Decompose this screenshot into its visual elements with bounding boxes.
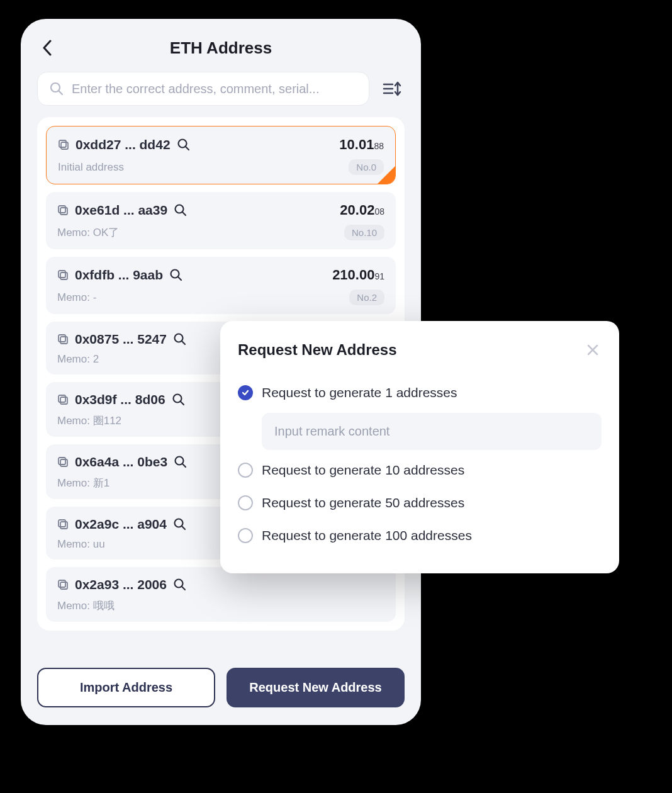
svg-rect-18 — [60, 337, 67, 344]
address-balance-decimal: 88 — [374, 141, 384, 151]
svg-rect-11 — [59, 206, 65, 213]
svg-line-13 — [182, 212, 186, 215]
page-title: ETH Address — [59, 38, 383, 58]
magnify-icon[interactable] — [173, 332, 187, 346]
selected-corner-icon — [378, 166, 395, 184]
address-row-top: 0xdd27 ... dd4210.0188 — [58, 137, 384, 153]
address-text: 0x6a4a ... 0be3 — [75, 454, 167, 470]
address-memo: Memo: 2 — [57, 353, 99, 366]
address-row-top: 0x2a93 ... 2006 — [57, 577, 384, 592]
svg-rect-31 — [59, 520, 65, 527]
address-card[interactable]: 0xdd27 ... dd4210.0188Initial addressNo.… — [46, 126, 396, 184]
magnify-icon[interactable] — [174, 455, 188, 469]
address-text: 0xe61d ... aa39 — [75, 203, 167, 218]
address-card[interactable]: 0xe61d ... aa3920.0208Memo: OK了No.10 — [46, 192, 396, 249]
address-text: 0x0875 ... 5247 — [75, 332, 167, 347]
copy-icon[interactable] — [57, 269, 69, 281]
address-memo: Memo: 哦哦 — [57, 599, 115, 613]
radio-option[interactable]: Request to generate 100 addresses — [238, 519, 602, 552]
modal-close-button[interactable] — [584, 341, 602, 359]
header: ETH Address — [21, 19, 421, 72]
address-number-badge: No.10 — [344, 225, 384, 240]
address-balance: 210.0091 — [332, 267, 384, 283]
magnify-icon[interactable] — [173, 517, 187, 531]
request-new-address-button[interactable]: Request New Address — [227, 668, 405, 707]
modal-header: Request New Address — [238, 341, 602, 359]
svg-rect-19 — [59, 335, 65, 342]
address-card[interactable]: 0x2a93 ... 2006Memo: 哦哦 — [46, 567, 396, 622]
address-memo: Memo: - — [57, 291, 96, 304]
address-text: 0xdd27 ... dd42 — [76, 137, 171, 152]
address-memo: Memo: uu — [57, 538, 105, 551]
svg-line-9 — [186, 147, 189, 150]
radio-option[interactable]: Request to generate 50 addresses — [238, 486, 602, 519]
svg-rect-35 — [59, 580, 65, 587]
address-row-top: 0xe61d ... aa3920.0208 — [57, 202, 384, 218]
svg-rect-10 — [60, 208, 67, 215]
radio-label: Request to generate 10 addresses — [262, 463, 464, 478]
svg-line-17 — [178, 277, 181, 280]
svg-rect-22 — [60, 397, 67, 404]
radio-icon — [238, 463, 253, 478]
modal-title: Request New Address — [238, 341, 584, 359]
svg-line-25 — [181, 402, 184, 405]
address-row-bottom: Initial addressNo.0 — [58, 159, 384, 175]
address-row-bottom: Memo: -No.2 — [57, 290, 384, 305]
svg-rect-27 — [59, 458, 65, 464]
address-balance: 20.0208 — [340, 202, 384, 218]
import-address-button[interactable]: Import Address — [37, 668, 215, 707]
copy-icon[interactable] — [57, 579, 69, 590]
radio-icon — [238, 385, 253, 400]
address-row-bottom: Memo: OK了No.10 — [57, 225, 384, 240]
remark-input[interactable] — [262, 413, 602, 450]
copy-icon[interactable] — [57, 394, 69, 405]
svg-line-1 — [59, 91, 63, 95]
radio-label: Request to generate 50 addresses — [262, 495, 464, 510]
svg-rect-6 — [61, 142, 68, 149]
radio-icon — [238, 495, 253, 510]
svg-rect-26 — [60, 459, 67, 466]
address-memo: Memo: OK了 — [57, 225, 119, 240]
svg-line-29 — [182, 464, 186, 467]
address-balance-decimal: 08 — [374, 206, 384, 217]
magnify-icon[interactable] — [173, 578, 187, 592]
address-row-top: 0xfdfb ... 9aab210.0091 — [57, 267, 384, 283]
copy-icon[interactable] — [57, 456, 69, 468]
address-balance: 10.0188 — [339, 137, 384, 153]
request-address-modal: Request New Address Request to generate … — [220, 321, 619, 573]
search-box[interactable] — [37, 72, 369, 106]
magnify-icon[interactable] — [172, 393, 186, 407]
svg-line-21 — [182, 341, 185, 344]
address-text: 0x2a93 ... 2006 — [75, 577, 167, 592]
radio-label: Request to generate 1 addresses — [262, 385, 457, 400]
modal-options: Request to generate 1 addressesRequest t… — [238, 376, 602, 552]
copy-icon[interactable] — [57, 205, 69, 216]
address-card[interactable]: 0xfdfb ... 9aab210.0091Memo: -No.2 — [46, 257, 396, 314]
svg-rect-15 — [59, 271, 65, 278]
svg-line-33 — [182, 526, 185, 529]
address-text: 0x2a9c ... a904 — [75, 517, 167, 532]
back-button[interactable] — [36, 37, 59, 59]
address-memo: Memo: 圈112 — [57, 413, 121, 428]
chevron-left-icon — [42, 40, 52, 56]
magnify-icon[interactable] — [177, 138, 191, 152]
address-text: 0xfdfb ... 9aab — [75, 267, 163, 283]
radio-option[interactable]: Request to generate 10 addresses — [238, 454, 602, 486]
radio-label: Request to generate 100 addresses — [262, 528, 472, 543]
radio-option[interactable]: Request to generate 1 addresses — [238, 376, 602, 409]
sort-icon — [383, 81, 401, 97]
copy-icon[interactable] — [58, 139, 69, 150]
svg-rect-14 — [60, 273, 67, 279]
address-balance-decimal: 91 — [374, 271, 384, 281]
svg-line-37 — [182, 587, 185, 590]
copy-icon[interactable] — [57, 519, 69, 530]
sort-button[interactable] — [379, 76, 405, 101]
search-icon — [49, 81, 64, 96]
address-memo: Memo: 新1 — [57, 476, 109, 490]
magnify-icon[interactable] — [174, 203, 188, 217]
magnify-icon[interactable] — [169, 268, 183, 282]
radio-icon — [238, 528, 253, 543]
address-number-badge: No.2 — [349, 290, 384, 305]
search-input[interactable] — [72, 82, 357, 96]
copy-icon[interactable] — [57, 334, 69, 345]
